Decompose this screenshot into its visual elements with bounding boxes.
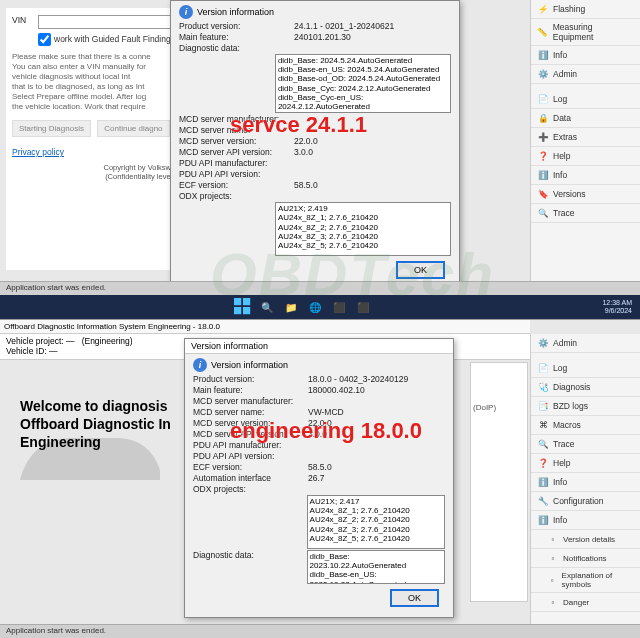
sidebar-item-bzd-logs[interactable]: 📑BZD logs [531, 397, 640, 416]
field-value [308, 484, 445, 494]
admin-icon: ⚙️ [537, 337, 549, 349]
admin-icon: ⚙️ [537, 68, 549, 80]
versions-icon: 🔖 [537, 188, 549, 200]
app-icon-2[interactable]: ⬛ [354, 298, 372, 316]
field-value: 58.5.0 [308, 462, 445, 472]
field-label: PDU API API version: [193, 451, 308, 461]
sidebar-item-admin[interactable]: ⚙️Admin [531, 334, 640, 353]
list-item: AU24x_8Z_1; 2.7.6_210420 [278, 213, 448, 222]
sidebar-subitem[interactable]: ▫Explanation of symbols [531, 568, 640, 593]
list-item: AU21X; 2.419 [278, 204, 448, 213]
sidebar-subitem[interactable]: ▫Danger [531, 593, 640, 612]
welcome-line3: Engineering [20, 434, 171, 450]
app-icon[interactable]: ⬛ [330, 298, 348, 316]
sidebar-item-extras[interactable]: ➕Extras [531, 128, 640, 147]
info-icon: ℹ️ [537, 169, 549, 181]
sidebar-item-info[interactable]: ℹ️Info [531, 473, 640, 492]
sidebar-item-info[interactable]: ℹ️Info [531, 511, 640, 530]
field-value [308, 440, 445, 450]
status-bar: Application start was ended. [0, 624, 640, 638]
field-label: MCD server version: [179, 136, 294, 146]
extras-icon: ➕ [537, 131, 549, 143]
sidebar-item-info[interactable]: ℹ️Info [531, 166, 640, 185]
sidebar-item-log[interactable]: 📄Log [531, 359, 640, 378]
flashing-icon: ⚡ [537, 3, 549, 15]
sidebar-item-info[interactable]: ℹ️Info [531, 46, 640, 65]
sidebar-item-versions[interactable]: 🔖Versions [531, 185, 640, 204]
svg-rect-2 [234, 307, 241, 314]
field-value: 24.1.1 - 0201_1-20240621 [294, 21, 451, 31]
screenshot-bottom: Offboard Diagnostic Information System E… [0, 319, 640, 638]
field-label: ODX projects: [179, 191, 294, 201]
odx-list[interactable]: AU21X; 2.417AU24x_8Z_1; 2.7.6_210420AU24… [307, 495, 445, 549]
sidebar-item-trace[interactable]: 🔍Trace [531, 204, 640, 223]
sidebar-subitem[interactable]: ▫Version details [531, 530, 640, 549]
help-icon: ❓ [537, 150, 549, 162]
field-label: MCD server manufacturer: [179, 114, 294, 124]
field-label: ODX projects: [193, 484, 308, 494]
list-item: AU24x_8Z_1; 2.7.6_210420 [310, 506, 442, 515]
field-value: 180000.402.10 [308, 385, 445, 395]
sidebar-item-help[interactable]: ❓Help [531, 454, 640, 473]
sidebar-item-log[interactable]: 📄Log [531, 90, 640, 109]
sidebar-item-macros[interactable]: ⌘Macros [531, 416, 640, 435]
odx-list[interactable]: AU21X; 2.419AU24x_8Z_1; 2.7.6_210420AU24… [275, 202, 451, 256]
list-item: AU24x_8Z_5; 2.7.6_210420 [310, 534, 442, 543]
sidebar: ⚙️Admin📄Log🩺Diagnosis📑BZD logs⌘Macros🔍Tr… [530, 334, 640, 624]
list-item: didb_Base_Cyc: 2024.2.12.AutoGenerated [278, 84, 448, 93]
taskbar-clock[interactable]: 12:38 AM9/6/2024 [602, 299, 632, 314]
dialog-heading: Version information [211, 360, 288, 370]
ok-button[interactable]: OK [396, 261, 445, 279]
windows-taskbar[interactable]: 🔍 📁 🌐 ⬛ ⬛ 12:38 AM9/6/2024 [0, 295, 640, 319]
diag-data-label: Diagnostic data: [193, 550, 307, 584]
diag-data-list[interactable]: didb_Base: 2024.5.24.AutoGenerateddidb_B… [275, 54, 451, 113]
field-value: 22.0.0 [308, 418, 445, 428]
field-label: Product version: [193, 374, 308, 384]
privacy-link[interactable]: Privacy policy [12, 147, 64, 157]
sidebar-item-configuration[interactable]: 🔧Configuration [531, 492, 640, 511]
field-label: Main feature: [193, 385, 308, 395]
field-label: MCD server name: [193, 407, 308, 417]
measuring-equipment-icon: 📏 [537, 26, 549, 38]
status-bar: Application start was ended. [0, 281, 640, 295]
svg-rect-1 [243, 298, 250, 305]
start-icon[interactable] [234, 298, 252, 316]
sidebar-subitem[interactable]: ▫Notifications [531, 549, 640, 568]
field-label: PDU API manufacturer: [193, 440, 308, 450]
field-value [294, 158, 451, 168]
sidebar-item-flashing[interactable]: ⚡Flashing [531, 0, 640, 19]
continue-diagnosis-button[interactable]: Continue diagno [97, 120, 169, 137]
trace-icon: 🔍 [537, 207, 549, 219]
sidebar-item-admin[interactable]: ⚙️Admin [531, 65, 640, 84]
list-item: didb_Base-od_OD: 2024.5.24.AutoGenerated [278, 74, 448, 83]
ok-button[interactable]: OK [390, 589, 439, 607]
version-dialog: i Version information Product version:24… [170, 0, 460, 290]
version-dialog: Version information i Version informatio… [184, 338, 454, 618]
sidebar-item-measuring-equipment[interactable]: 📏Measuring Equipment [531, 19, 640, 46]
diag-data-list[interactable]: didb_Base: 2023.10.22.AutoGenerateddidb_… [307, 550, 445, 584]
help-icon: ❓ [537, 457, 549, 469]
sidebar-item-help[interactable]: ❓Help [531, 147, 640, 166]
edge-icon[interactable]: 🌐 [306, 298, 324, 316]
field-label: Diagnostic data: [179, 43, 294, 53]
explorer-icon[interactable]: 📁 [282, 298, 300, 316]
list-item: didb_Base-en_US: 2023.10.22.AutoGenerate… [310, 570, 442, 584]
window-titlebar: Offboard Diagnostic Information System E… [0, 320, 530, 334]
field-value [308, 396, 445, 406]
sidebar-item-trace[interactable]: 🔍Trace [531, 435, 640, 454]
status-text: Application start was ended. [6, 283, 106, 292]
sidebar: ⚡Flashing📏Measuring Equipmentℹ️Info⚙️Adm… [530, 0, 640, 319]
guided-checkbox[interactable] [38, 33, 51, 46]
sidebar-item-diagnosis[interactable]: 🩺Diagnosis [531, 378, 640, 397]
search-icon[interactable]: 🔍 [258, 298, 276, 316]
field-label: ECF version: [179, 180, 294, 190]
field-value [308, 451, 445, 461]
list-item: didb_Base_Cyc-en_US: 2024.2.12.AutoGener… [278, 93, 448, 111]
sidebar-item-data[interactable]: 🔒Data [531, 109, 640, 128]
diagnosis-icon: 🩺 [537, 381, 549, 393]
start-diagnosis-button[interactable]: Starting Diagnosis [12, 120, 91, 137]
dialog-heading: Version information [197, 7, 274, 17]
field-label: Automation interface [193, 473, 308, 483]
field-value: 22.0.0 [294, 136, 451, 146]
list-item: AU24x_8Z_3; 2.7.6_210420 [310, 525, 442, 534]
